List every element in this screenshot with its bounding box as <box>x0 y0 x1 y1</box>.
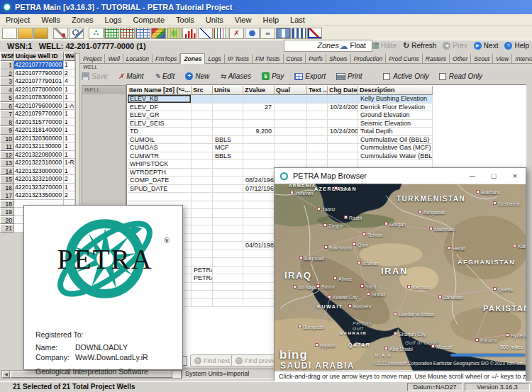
grid-cell-text[interactable] <box>307 111 328 120</box>
grid-cell-zvalue[interactable] <box>243 274 275 283</box>
log-viewer-icon[interactable] <box>292 28 306 39</box>
contour-map-icon[interactable] <box>167 28 182 39</box>
grid-cell-text[interactable] <box>307 95 328 103</box>
highlight-pick-icon[interactable] <box>53 28 68 39</box>
grid-cell-units[interactable] <box>213 274 243 283</box>
grid-cell-qual[interactable] <box>275 120 307 128</box>
grid-cell-desc[interactable]: Total Depth <box>358 128 433 136</box>
grid-cell-units[interactable] <box>213 128 243 136</box>
tab-scout[interactable]: Scout <box>471 54 493 63</box>
grid-cell-src[interactable] <box>192 242 213 250</box>
refresh-button[interactable]: ↻Refresh <box>403 41 436 50</box>
find-next-button[interactable]: ↻ Find next <box>190 354 234 366</box>
well-list-row[interactable]: 17422013233500002 <box>0 191 80 200</box>
grid-cell-text[interactable] <box>307 144 328 152</box>
grid-cell-chg[interactable] <box>328 144 358 152</box>
menu-compute[interactable]: Compute <box>127 15 170 25</box>
grid-cell-name[interactable]: ELEV_DF <box>128 103 192 112</box>
grid-cell-src[interactable] <box>192 291 213 299</box>
grid-cell-qual[interactable] <box>275 136 307 145</box>
grid-cell-zvalue[interactable]: 27 <box>243 103 275 112</box>
grid-cell-units[interactable] <box>213 225 243 234</box>
grid-cell-name[interactable]: TD <box>128 128 192 136</box>
well-list-row[interactable]: 5422010783000001 <box>0 94 80 102</box>
spreadsheet-icon[interactable] <box>135 28 150 39</box>
grid-cell-name[interactable]: SPUD_DATE <box>128 185 192 194</box>
grid-cell-name[interactable]: CUMGAS <box>128 144 192 152</box>
grid-cell-desc[interactable]: Cummulative Water (BBLS) <box>358 152 433 161</box>
map-canvas[interactable]: TURKMENISTANAFGHANISTANIRANIRAQPAKISTANK… <box>275 184 526 371</box>
well-id-cell[interactable]: 42201077790000 <box>14 69 64 78</box>
print-button[interactable]: Print <box>336 72 362 80</box>
grid-cell-name[interactable]: WTRDEPTH <box>128 169 192 177</box>
grid-cell-units[interactable] <box>213 120 243 128</box>
tab-ip-tests[interactable]: IP Tests <box>225 54 253 63</box>
grid-cell-zvalue[interactable] <box>243 136 275 145</box>
well-id-cell[interactable]: 42201077800000 <box>14 86 64 94</box>
grid-cell-name[interactable]: CUMWTR <box>128 152 192 161</box>
save-project-icon[interactable] <box>33 28 48 39</box>
grid-cell-text[interactable] <box>307 152 328 161</box>
grid-cell-units[interactable] <box>213 111 243 120</box>
data-grid-icon[interactable] <box>104 28 119 39</box>
delete-icon[interactable]: ✗ <box>229 28 244 39</box>
grid-cell-src[interactable] <box>192 152 213 161</box>
grid-cell-units[interactable] <box>213 267 243 275</box>
grid-cell-desc[interactable]: Kelly Bushing Elevation <box>358 95 433 103</box>
grid-cell-qual[interactable] <box>275 152 307 161</box>
grid-cell-zvalue[interactable]: 08/24/1965 <box>243 177 275 185</box>
3d-view-icon[interactable]: ∞ <box>260 28 275 39</box>
grid-cell-text[interactable] <box>307 120 328 128</box>
tab-fm-tests[interactable]: FM Tests <box>253 54 284 63</box>
help-button[interactable]: ?Help <box>504 42 529 50</box>
maximize-icon[interactable]: □ <box>483 172 504 180</box>
pay-button[interactable]: $Pay <box>262 72 284 80</box>
tab-well[interactable]: Well <box>105 54 123 63</box>
menu-last[interactable]: Last <box>284 15 311 25</box>
grid-cell-zvalue[interactable] <box>243 283 275 291</box>
grid-cell-src[interactable] <box>192 258 213 267</box>
well-list-row[interactable]: 7422010797700001 <box>0 110 80 118</box>
grid-cell-text[interactable] <box>307 136 328 145</box>
scatter-plot-icon[interactable]: ∴ <box>89 28 104 39</box>
grid-cell-units[interactable] <box>213 234 243 242</box>
grid-cell-desc[interactable]: Ground Elevation <box>358 111 433 120</box>
grid-cell-name[interactable]: ELEV_SEIS <box>128 120 192 128</box>
grid-cell-text[interactable] <box>307 103 328 112</box>
grid-cell-chg[interactable] <box>328 95 358 103</box>
grid-cell-desc[interactable]: Cummulative Gas (MCF) <box>358 144 433 152</box>
well-id-cell[interactable]: 42201078300000 <box>14 94 64 102</box>
well-id-cell[interactable]: 42201323210000 <box>14 175 64 184</box>
grid-cell-src[interactable] <box>192 193 213 201</box>
grid-cell-desc[interactable]: Cummulative Oil (BBLS) <box>358 136 433 145</box>
minimize-icon[interactable]: ─ <box>462 172 483 180</box>
grid-cell-chg[interactable]: 10/24/2003 <box>328 103 358 112</box>
grid-cell-units[interactable] <box>213 218 243 226</box>
tab-rasters[interactable]: Rasters <box>423 54 450 63</box>
read-only-checkbox[interactable]: Read Only <box>439 72 482 80</box>
well-list-row[interactable]: 8422013157700001 <box>0 118 80 127</box>
grid-cell-name[interactable]: ELEV_KB <box>128 95 192 103</box>
grid-cell-units[interactable] <box>213 258 243 267</box>
grid-cell-qual[interactable] <box>275 128 307 136</box>
menu-view[interactable]: View <box>229 15 257 25</box>
map-title-bar[interactable]: PETRA Map Browser ─ □ × <box>275 168 526 184</box>
grid-cell-src[interactable] <box>192 120 213 128</box>
tab-shows[interactable]: Shows <box>326 54 351 63</box>
color-map-icon[interactable] <box>151 28 166 39</box>
well-list-row[interactable]: 4422010778000001 <box>0 86 80 94</box>
grid-cell-units[interactable] <box>213 95 243 103</box>
grid-cell-src[interactable] <box>192 201 213 210</box>
grid-cell-chg[interactable] <box>328 111 358 120</box>
grid-cell-name[interactable] <box>128 193 192 201</box>
hilite-button[interactable]: Hilite <box>372 42 397 50</box>
next-button[interactable]: ▶Next <box>474 42 499 50</box>
well-id-cell[interactable]: 42201079770000 <box>14 110 64 118</box>
grid-cell-src[interactable] <box>192 218 213 226</box>
grid-cell-units[interactable] <box>213 177 243 185</box>
grid-cell-chg[interactable] <box>328 152 358 161</box>
well-id-cell[interactable]: 42201322080000 <box>14 151 64 159</box>
tools-icon[interactable] <box>245 28 260 39</box>
menu-zones[interactable]: Zones <box>66 15 99 25</box>
grid-cell-units[interactable] <box>213 169 243 177</box>
